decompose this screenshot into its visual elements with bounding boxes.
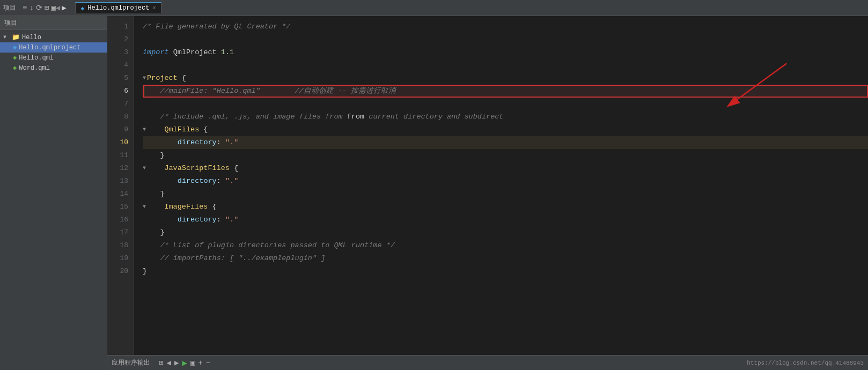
imgfiles-keyword: ImageFiles — [164, 201, 208, 213]
icon-refresh[interactable]: ⟳ — [36, 3, 42, 12]
spacing-6 — [260, 85, 295, 98]
brace-close-17: } — [143, 226, 165, 239]
line-num-20: 20 — [107, 265, 134, 278]
colon-13: : — [217, 175, 225, 188]
line-num-18: 18 — [107, 239, 134, 252]
icon-menu[interactable]: ≡ — [23, 4, 27, 12]
bottom-bar-icons: ⊞ ◀ ▶ ▶ ▣ + − — [159, 358, 210, 368]
tab-bar: ◆ Hello.qmlproject × — [75, 2, 162, 13]
sidebar-tree: ▼ 📁 Hello ◆ Hello.qmlproject ◆ Hello.qml… — [0, 30, 107, 75]
brace-open-15: { — [208, 201, 216, 213]
code-line-15: ▼ ImageFiles { — [143, 201, 868, 213]
nav-left[interactable]: ◀ — [56, 3, 60, 12]
code-line-18: /* List of plugin directories passed to … — [143, 239, 868, 252]
line-num-9: 9 — [107, 123, 134, 136]
sidebar-item-word-qml[interactable]: ◆ Word.qml — [0, 63, 107, 73]
cursor-indicator — [143, 85, 144, 98]
prop-directory-16: directory — [143, 213, 217, 226]
line-num-11: 11 — [107, 149, 134, 162]
icon-down[interactable]: ↓ — [29, 4, 33, 12]
jsfiles-keyword: JavaScriptFiles — [164, 162, 230, 175]
code-line-13: directory : "." — [143, 175, 868, 188]
line-num-5: 5 — [107, 72, 134, 85]
commented-mainfile: //mainFile: "Hello.qml" — [143, 85, 260, 98]
qmlfiles-keyword: QmlFiles — [164, 123, 199, 136]
sidebar: 项目 ▼ 📁 Hello ◆ Hello.qmlproject ◆ Hello.… — [0, 16, 107, 370]
bottom-run-button[interactable]: ▶ — [182, 358, 187, 368]
code-content[interactable]: /* File generated by Qt Creator */ impor… — [134, 16, 868, 355]
fold-arrow-12[interactable]: ▼ — [143, 162, 146, 175]
keyword-import: import — [143, 46, 169, 59]
line-num-6: 6 — [107, 85, 134, 98]
line-num-4: 4 — [107, 59, 134, 72]
tree-item-label: Hello — [22, 34, 41, 41]
code-editor[interactable]: 1 2 3 4 5 6 7 8 9 10 11 12 13 14 15 16 1… — [107, 16, 868, 355]
sidebar-header: 项目 — [0, 16, 107, 30]
code-line-19: // importPaths: [ "../exampleplugin" ] — [143, 252, 868, 265]
code-line-12: ▼ JavaScriptFiles { — [143, 162, 868, 175]
line-num-19: 19 — [107, 252, 134, 265]
project-keyword: Project — [147, 72, 178, 85]
indent-15 — [147, 201, 164, 213]
title-bar: 项目 ≡ ↓ ⟳ ⊞ ▣ ◀ ▶ ◆ Hello.qmlproject × — [0, 0, 868, 16]
code-line-17: } — [143, 226, 868, 239]
bottom-bar-url: https://blog.csdn.net/qq_41488943 — [747, 360, 864, 366]
code-line-5: ▼ Project { — [143, 72, 868, 85]
code-line-1: /* File generated by Qt Creator */ — [143, 20, 868, 33]
comment-include: /* Include .qml, .js, and image files fr… — [143, 110, 343, 123]
prop-directory-13: directory — [143, 175, 217, 188]
bottom-icon-prev[interactable]: ◀ — [166, 358, 171, 367]
sidebar-header-section: 项目 ≡ ↓ ⟳ ⊞ ▣ — [3, 3, 56, 12]
active-tab[interactable]: ◆ Hello.qmlproject × — [75, 2, 162, 13]
tab-file-icon: ◆ — [81, 5, 85, 12]
line-num-10: 10 — [107, 136, 134, 149]
line-num-7: 7 — [107, 98, 134, 110]
icon-grid[interactable]: ⊞ — [45, 3, 49, 12]
fold-arrow-5[interactable]: ▼ — [143, 72, 146, 85]
indent-9 — [147, 123, 164, 136]
comment-importpaths: // importPaths: [ "../exampleplugin" ] — [143, 252, 325, 265]
qml-file-icon: ◆ — [13, 54, 17, 62]
bottom-icon-stop[interactable]: ▣ — [190, 358, 195, 367]
fold-arrow-15[interactable]: ▼ — [143, 201, 146, 213]
sidebar-item-hello-root[interactable]: ▼ 📁 Hello — [0, 32, 107, 42]
tree-expand-arrow: ▼ — [3, 34, 10, 40]
sidebar-item-hello-qml[interactable]: ◆ Hello.qml — [0, 53, 107, 63]
brace-open-9: { — [199, 123, 208, 136]
tree-item-label: Hello.qmlproject — [19, 44, 80, 51]
qmlproject-file-icon: ◆ — [13, 43, 17, 51]
bottom-icon-remove[interactable]: − — [206, 359, 210, 367]
string-dot-16: "." — [225, 213, 238, 226]
editor-area: 1 2 3 4 5 6 7 8 9 10 11 12 13 14 15 16 1… — [107, 16, 868, 370]
line-num-14: 14 — [107, 188, 134, 201]
bottom-icon-add[interactable]: + — [198, 359, 202, 367]
folder-icon: 📁 — [12, 33, 20, 41]
code-line-6: //mainFile: "Hello.qml" //自动创建 -- 按需进行取消 — [143, 85, 868, 98]
comment-auto-create: //自动创建 -- 按需进行取消 — [295, 85, 396, 98]
tree-item-label: Hello.qml — [19, 54, 54, 62]
nav-right[interactable]: ▶ — [62, 3, 66, 12]
sidebar-item-hello-qmlproject[interactable]: ◆ Hello.qmlproject — [0, 42, 107, 53]
code-line-20: } — [143, 265, 868, 278]
line-num-15: 15 — [107, 201, 134, 213]
code-line-8: /* Include .qml, .js, and image files fr… — [143, 110, 868, 123]
project-label: 项目 — [3, 3, 16, 12]
code-line-16: directory : "." — [143, 213, 868, 226]
line-numbers: 1 2 3 4 5 6 7 8 9 10 11 12 13 14 15 16 1… — [107, 16, 134, 355]
bottom-bar: 应用程序输出 ⊞ ◀ ▶ ▶ ▣ + − https://blog.csdn.n… — [107, 355, 868, 370]
bottom-icon-grid[interactable]: ⊞ — [159, 358, 163, 367]
fold-arrow-9[interactable]: ▼ — [143, 123, 146, 136]
qml-file-icon-2: ◆ — [13, 64, 17, 72]
bottom-icon-next[interactable]: ▶ — [174, 358, 179, 367]
tab-close-button[interactable]: × — [152, 5, 156, 11]
line-num-12: 12 — [107, 162, 134, 175]
main-layout: 项目 ▼ 📁 Hello ◆ Hello.qmlproject ◆ Hello.… — [0, 16, 868, 370]
brace-close-14: } — [143, 188, 165, 201]
brace-close-main: } — [143, 265, 147, 278]
brace-open-12: { — [230, 162, 238, 175]
icon-box[interactable]: ▣ — [51, 3, 55, 12]
brace-open-5: { — [178, 72, 186, 85]
line-num-16: 16 — [107, 213, 134, 226]
colon-10: : — [217, 136, 225, 149]
line-num-17: 17 — [107, 226, 134, 239]
